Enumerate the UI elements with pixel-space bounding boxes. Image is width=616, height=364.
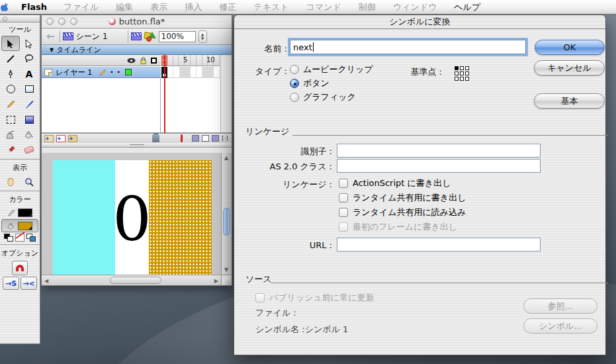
pane-splitter[interactable] bbox=[42, 143, 232, 148]
window-titlebar[interactable]: button.fla* bbox=[42, 15, 232, 28]
vertical-scrollbar[interactable]: ▲ ▼ bbox=[221, 153, 232, 275]
stage-canvas[interactable]: 0 bbox=[42, 153, 221, 275]
scene-name[interactable]: シーン 1 bbox=[76, 31, 108, 42]
center-frame-icon[interactable] bbox=[192, 135, 199, 142]
vertical-scroll-thumb[interactable] bbox=[223, 208, 230, 236]
zoom-tool[interactable] bbox=[20, 174, 38, 189]
menu-help[interactable]: ヘルプ bbox=[445, 0, 489, 15]
lasso-tool[interactable] bbox=[20, 51, 38, 66]
menu-view[interactable]: 表示 bbox=[142, 0, 176, 15]
radio-off-icon[interactable] bbox=[290, 93, 299, 102]
snap-to-objects-button[interactable] bbox=[12, 261, 28, 275]
edit-multiple-frames-icon[interactable] bbox=[212, 135, 219, 142]
menu-window[interactable]: ウィンドウ bbox=[384, 0, 446, 15]
zoom-input[interactable]: 100% bbox=[159, 31, 196, 42]
timeline-panel-header[interactable]: ▼ タイムライン bbox=[42, 45, 232, 55]
checkbox-icon[interactable] bbox=[339, 193, 348, 203]
menu-edit[interactable]: 編集 bbox=[107, 0, 142, 15]
ink-bottle-tool[interactable] bbox=[1, 127, 20, 142]
swap-colors-icon[interactable] bbox=[26, 234, 36, 242]
layer-visible-dot[interactable]: • bbox=[110, 69, 113, 75]
subselection-tool[interactable] bbox=[20, 36, 38, 51]
checkbox-export-actionscript[interactable]: ActionScript に書き出し bbox=[339, 177, 451, 189]
panel-grip-icon[interactable] bbox=[44, 46, 47, 54]
horizontal-scroll-thumb[interactable] bbox=[110, 277, 161, 284]
insert-layer-folder-button[interactable]: + bbox=[68, 135, 77, 142]
edit-scene-icon[interactable] bbox=[131, 32, 142, 40]
delete-layer-trash-icon[interactable] bbox=[152, 134, 159, 142]
scroll-down-icon[interactable]: ▼ bbox=[224, 267, 228, 273]
playhead-line[interactable] bbox=[164, 55, 165, 133]
registration-cell-selected[interactable] bbox=[455, 66, 459, 70]
stage-band-cyan[interactable] bbox=[53, 160, 115, 275]
layer-name[interactable]: レイヤー 1 bbox=[56, 68, 92, 77]
scroll-right-icon[interactable]: ▶ bbox=[214, 278, 218, 284]
radio-button-type[interactable]: ボタン bbox=[290, 77, 330, 89]
checkbox-export-runtime-sharing[interactable]: ランタイム共有用に書き出し bbox=[339, 192, 466, 204]
timeline-scrollbar[interactable] bbox=[220, 55, 232, 132]
radio-on-icon[interactable] bbox=[290, 79, 299, 88]
close-icon[interactable] bbox=[3, 17, 7, 21]
eraser-tool[interactable] bbox=[20, 142, 38, 158]
cancel-button[interactable]: キャンセル bbox=[534, 60, 605, 75]
apple-menu[interactable] bbox=[0, 2, 20, 13]
fill-color-swatch[interactable] bbox=[18, 222, 32, 230]
menu-text[interactable]: テキスト bbox=[245, 0, 297, 15]
as2-class-input[interactable] bbox=[337, 159, 541, 173]
eyedropper-tool[interactable] bbox=[1, 142, 20, 158]
scroll-up-icon[interactable]: ▲ bbox=[224, 155, 228, 161]
stroke-color-swatch[interactable] bbox=[18, 208, 32, 217]
outline-view-icon[interactable] bbox=[151, 58, 157, 64]
ok-button[interactable]: OK bbox=[535, 40, 605, 55]
layer-outline-color-swatch[interactable] bbox=[125, 69, 132, 75]
oval-tool[interactable] bbox=[1, 81, 20, 97]
collapse-triangle-icon[interactable]: ▼ bbox=[50, 47, 54, 53]
free-transform-tool[interactable] bbox=[1, 112, 20, 127]
onion-skin-icon[interactable] bbox=[202, 135, 209, 142]
checkbox-icon[interactable] bbox=[339, 208, 348, 217]
back-arrow-icon[interactable]: ← bbox=[44, 30, 57, 42]
line-tool[interactable] bbox=[1, 51, 20, 66]
menu-commands[interactable]: コマンド bbox=[298, 0, 350, 15]
hand-tool[interactable] bbox=[1, 174, 20, 189]
frame-ruler[interactable]: 1 5 10 bbox=[161, 55, 220, 66]
default-colors-icon[interactable] bbox=[4, 234, 13, 242]
edit-symbols-icon[interactable] bbox=[144, 32, 156, 42]
stage-band-white[interactable]: 0 bbox=[115, 160, 149, 275]
modify-onion-markers-icon[interactable]: [·] bbox=[222, 135, 229, 142]
frames-row[interactable] bbox=[161, 67, 220, 78]
layer-row[interactable]: レイヤー 1 • • bbox=[42, 67, 161, 78]
straighten-button[interactable]: →< bbox=[21, 277, 37, 290]
pencil-tool[interactable] bbox=[1, 97, 20, 112]
gradient-transform-tool[interactable] bbox=[20, 112, 38, 127]
show-hide-eye-icon[interactable] bbox=[127, 58, 136, 64]
window-resize-grip[interactable] bbox=[221, 275, 232, 285]
radio-graphic[interactable]: グラフィック bbox=[290, 91, 356, 103]
text-tool[interactable]: A bbox=[20, 66, 38, 81]
paint-bucket-tool[interactable] bbox=[20, 127, 38, 142]
arrow-tool[interactable] bbox=[1, 36, 20, 51]
tools-panel-titlebar[interactable] bbox=[0, 15, 40, 23]
menu-insert[interactable]: 挿入 bbox=[176, 0, 210, 15]
brush-tool[interactable] bbox=[20, 97, 38, 112]
menu-file[interactable]: ファイル bbox=[55, 0, 107, 15]
registration-grid[interactable] bbox=[455, 66, 469, 81]
url-input[interactable] bbox=[337, 238, 541, 251]
basic-button[interactable]: 基本 bbox=[534, 93, 605, 109]
name-input[interactable]: next bbox=[290, 40, 526, 54]
checkbox-import-runtime-sharing[interactable]: ランタイム共有用に読み込み bbox=[339, 206, 466, 218]
scroll-left-icon[interactable]: ◀ bbox=[44, 278, 48, 284]
smooth-button[interactable]: →S bbox=[3, 277, 19, 290]
zoom-stepper[interactable]: ▲▼ bbox=[198, 30, 207, 43]
radio-movieclip[interactable]: ムービークリップ bbox=[290, 64, 373, 75]
stroke-color-row[interactable] bbox=[0, 206, 40, 219]
menu-modify[interactable]: 修正 bbox=[210, 0, 245, 15]
fill-color-row[interactable] bbox=[1, 219, 38, 232]
menu-control[interactable]: 制御 bbox=[350, 0, 384, 15]
horizontal-scrollbar[interactable]: ◀ ▶ bbox=[42, 275, 221, 285]
menu-flash[interactable]: Flash bbox=[20, 0, 55, 15]
pen-tool[interactable] bbox=[1, 66, 20, 81]
layer-lock-dot[interactable]: • bbox=[117, 69, 120, 75]
identifier-input[interactable] bbox=[337, 144, 541, 158]
radio-off-icon[interactable] bbox=[290, 65, 299, 74]
